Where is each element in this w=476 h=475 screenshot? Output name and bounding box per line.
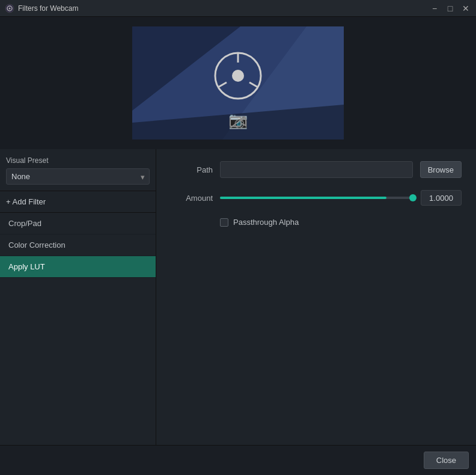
filter-item-color-correction[interactable]: Color Correction <box>0 234 156 256</box>
no-video-icon <box>230 115 246 132</box>
passthrough-row: Passthrough Alpha <box>171 218 462 227</box>
main-content: Visual Preset None + Add Filter Crop/Pad… <box>0 149 476 445</box>
window-close-button[interactable]: ✕ <box>460 3 471 14</box>
bottom-bar: Close <box>0 445 476 475</box>
path-row: Path Browse <box>171 161 462 178</box>
preset-select-wrapper: None <box>6 168 150 185</box>
settings-panel: Path Browse Amount Passthrough Alpha <box>156 149 476 445</box>
title-bar-controls: − □ ✕ <box>429 3 471 14</box>
close-button[interactable]: Close <box>424 452 469 469</box>
filter-item-crop-pad[interactable]: Crop/Pad <box>0 213 156 234</box>
obs-app-icon <box>5 4 14 13</box>
slider-track[interactable] <box>220 197 416 199</box>
visual-preset-label: Visual Preset <box>6 156 150 165</box>
path-input[interactable] <box>220 161 413 178</box>
preview-area: 📷 <box>0 17 476 149</box>
path-label: Path <box>171 165 213 174</box>
filter-list: Crop/Pad Color Correction Apply LUT <box>0 213 156 445</box>
passthrough-checkbox[interactable] <box>220 218 228 227</box>
amount-row: Amount <box>171 190 462 206</box>
passthrough-label: Passthrough Alpha <box>233 218 299 227</box>
filter-item-apply-lut[interactable]: Apply LUT <box>0 256 156 278</box>
title-bar-left: Filters for Webcam <box>5 4 78 13</box>
add-filter-label: + Add Filter <box>6 197 46 206</box>
add-filter-button[interactable]: + Add Filter <box>0 191 156 213</box>
maximize-button[interactable]: □ <box>445 3 456 14</box>
amount-slider-container <box>220 190 462 206</box>
preset-select[interactable]: None <box>6 168 150 185</box>
slider-thumb <box>409 194 416 201</box>
title-bar: Filters for Webcam − □ ✕ <box>0 0 476 17</box>
svg-point-2 <box>9 7 11 9</box>
amount-label: Amount <box>171 194 213 203</box>
amount-value-input[interactable] <box>421 190 462 206</box>
preview-canvas: 📷 <box>132 26 344 139</box>
slider-fill <box>220 197 386 199</box>
svg-point-8 <box>232 70 244 82</box>
sidebar: Visual Preset None + Add Filter Crop/Pad… <box>0 149 156 445</box>
title-bar-title: Filters for Webcam <box>18 4 78 13</box>
minimize-button[interactable]: − <box>429 3 440 14</box>
browse-button[interactable]: Browse <box>420 161 462 178</box>
visual-preset-section: Visual Preset None <box>0 149 156 191</box>
